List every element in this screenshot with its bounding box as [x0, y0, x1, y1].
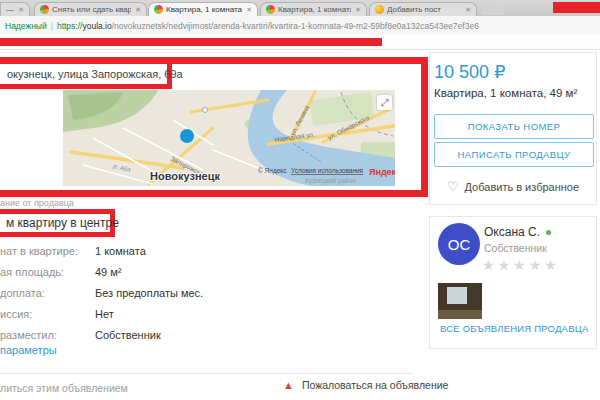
- param-value: Нет: [95, 304, 114, 325]
- price-card: 10 500 ₽ Квартира, 1 комната, 49 м² ПОКА…: [429, 52, 597, 205]
- photo-floor: [438, 310, 482, 319]
- online-status-icon: [546, 230, 551, 235]
- heart-icon: ♡: [447, 179, 459, 194]
- listing-photo-thumbnail[interactable]: [438, 283, 482, 319]
- param-label: нат в квартире:: [0, 241, 78, 262]
- youla-favicon: [40, 5, 49, 14]
- redaction-bar-top-right: [553, 2, 600, 13]
- avatar-initials: ОС: [448, 236, 471, 253]
- param-row: ая площадь: 49 м²: [0, 262, 420, 283]
- photo-window: [447, 287, 467, 304]
- param-label: доплата:: [0, 283, 45, 304]
- report-label: Пожаловаться на объявление: [302, 379, 449, 391]
- tab-listing-other[interactable]: Квартира, 1 комната, 3 ✕: [260, 2, 367, 16]
- param-value: Собственник: [95, 325, 161, 346]
- security-badge: Надежный: [5, 21, 47, 31]
- seller-card: ОС Оксана С. Собственник ★★★★★ ВСЕ ОБЪЯВ…: [429, 216, 597, 349]
- seller-avatar[interactable]: ОС: [438, 223, 480, 265]
- address-bar[interactable]: Надежный|https://youla.io/novokuznetsk/n…: [5, 21, 479, 31]
- tab-rent-search[interactable]: Снять или сдать кварти ✕: [34, 2, 147, 16]
- url-scheme: https://: [57, 21, 83, 31]
- param-label: разместил:: [0, 325, 57, 346]
- tab-close-icon[interactable]: ✕: [465, 6, 471, 14]
- tab-close-icon[interactable]: ✕: [246, 6, 252, 14]
- site-favicon: [375, 5, 384, 14]
- tab-title: Добавить пост: [387, 5, 461, 14]
- browser-window: — Нов ✕ Снять или сдать кварти ✕ Квартир…: [0, 0, 600, 400]
- all-params-link[interactable]: параметры: [0, 344, 57, 356]
- seller-name-text: Оксана С.: [484, 225, 540, 239]
- tab-close-icon[interactable]: ✕: [18, 6, 24, 14]
- param-value: Без предоплаты мес.: [95, 283, 203, 304]
- new-tab-button[interactable]: [482, 3, 504, 15]
- listing-subtitle: Квартира, 1 комната, 49 м²: [434, 87, 577, 99]
- annotation-box-description: м квартиру в центре: [0, 209, 115, 237]
- add-favorite-button[interactable]: ♡ Добавить в избранное: [430, 179, 596, 194]
- listing-price: 10 500 ₽: [434, 61, 506, 83]
- param-row: нат в квартире: 1 комната: [0, 241, 420, 262]
- tab-listing-49m2[interactable]: Квартира, 1 комната, 49 ✕: [148, 2, 258, 16]
- content-top-divider: [0, 52, 345, 53]
- description-section-header: ание от продавца: [0, 198, 74, 208]
- rating-stars: ★★★★★: [482, 257, 560, 273]
- tab-cropped[interactable]: — Нов ✕: [0, 2, 30, 16]
- param-value: 1 комната: [95, 241, 146, 262]
- url-path: /novokuznetsk/nedvijimost/arenda-kvartir…: [112, 21, 479, 31]
- tab-close-icon[interactable]: ✕: [355, 6, 361, 14]
- seller-name: Оксана С.: [484, 225, 551, 239]
- tab-add-post[interactable]: Добавить пост ✕: [369, 2, 477, 16]
- url-separator: |: [47, 21, 57, 31]
- show-number-button[interactable]: ПОКАЗАТЬ НОМЕР: [434, 114, 594, 139]
- url-host: youla.io: [82, 21, 111, 31]
- annotation-box-address: окузнецк, улица Запорожская, 69а: [0, 59, 172, 89]
- seller-type: Собственник: [484, 242, 547, 254]
- param-label: иссия:: [0, 304, 32, 325]
- tab-title: Квартира, 1 комната, 49: [166, 5, 242, 14]
- youla-favicon: [154, 5, 163, 14]
- tab-close-icon[interactable]: ✕: [135, 6, 141, 14]
- footer-divider: [0, 373, 413, 374]
- share-label: литься этим объявлением: [0, 382, 128, 394]
- param-row: разместил: Собственник: [0, 325, 420, 346]
- tab-title: Снять или сдать кварти: [52, 5, 131, 14]
- listing-address: окузнецк, улица Запорожская, 69а: [0, 64, 167, 84]
- param-value: 49 м²: [95, 262, 122, 283]
- report-warning-icon: ▲: [283, 379, 294, 391]
- youla-favicon: [266, 5, 275, 14]
- listing-description: м квартиру в центре: [0, 214, 110, 232]
- favorite-label: Добавить в избранное: [465, 181, 580, 193]
- report-link[interactable]: ▲ Пожаловаться на объявление: [283, 379, 448, 391]
- write-seller-button[interactable]: НАПИСАТЬ ПРОДАВЦУ: [434, 142, 594, 167]
- param-label: ая площадь:: [0, 262, 64, 283]
- tab-title: Квартира, 1 комната, 3: [278, 5, 351, 14]
- param-row: иссия: Нет: [0, 304, 420, 325]
- redaction-bar-bookmarks: [0, 38, 382, 46]
- tab-title: — Нов: [6, 5, 14, 14]
- all-seller-ads-link[interactable]: ВСЕ ОБЪЯВЛЕНИЯ ПРОДАВЦА: [440, 323, 588, 334]
- param-row: доплата: Без предоплаты мес.: [0, 283, 420, 304]
